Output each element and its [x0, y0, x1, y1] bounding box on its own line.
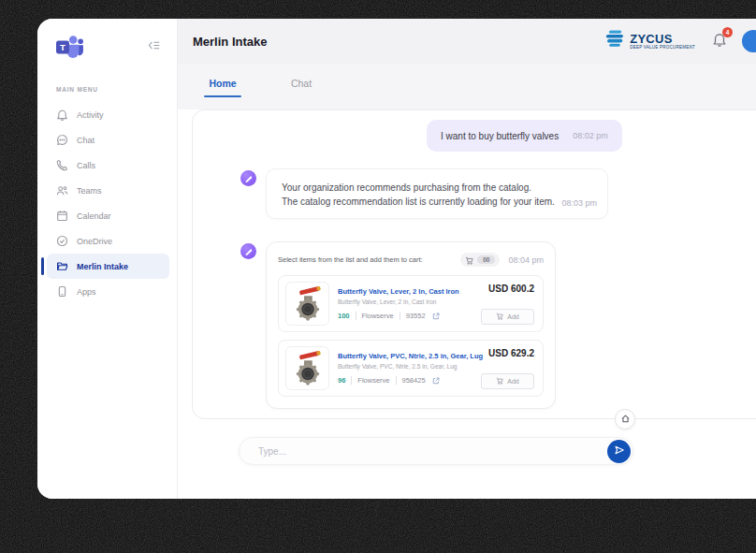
calendar-icon [56, 210, 68, 222]
sidebar-item-label: Apps [77, 287, 96, 297]
chat-panel: I want to buy butterfly valves 08:02 pm … [192, 109, 756, 419]
product-title-link[interactable]: Butterfly Valve, PVC, Ntrle, 2.5 in, Gea… [338, 352, 457, 360]
tab-chat[interactable]: Chat [283, 64, 320, 109]
bot-message-bubble: Your organization recommends purchasing … [266, 168, 608, 219]
sidebar-item-label: Activity [77, 110, 104, 120]
cart-count-pill[interactable]: 00 [460, 253, 500, 267]
pen-icon [244, 247, 253, 255]
sidebar-item-label: Chat [77, 136, 94, 145]
product-row: Butterfly Valve, PVC, Ntrle, 2.5 in, Gea… [278, 340, 544, 397]
active-indicator-bar [41, 257, 44, 275]
message-time: 08:03 pm [561, 198, 597, 208]
people-icon [56, 184, 68, 196]
scroll-home-button[interactable] [615, 409, 635, 429]
user-message-bubble: I want to buy butterfly valves 08:02 pm [427, 120, 622, 152]
user-avatar[interactable] [742, 30, 756, 52]
sidebar-item-chat[interactable]: Chat [47, 127, 169, 153]
collapse-menu-icon [148, 39, 160, 53]
brand-name: ZYCUS [630, 33, 695, 45]
add-to-cart-button[interactable]: Add [481, 309, 534, 325]
product-vendor: Flowserve [362, 312, 394, 320]
sidebar-collapse-button[interactable] [146, 37, 162, 55]
tab-bar: Home Chat [178, 64, 756, 109]
catalog-prompt: Select items from the list and add them … [278, 255, 460, 264]
product-vendor: Flowserve [357, 376, 389, 385]
cart-icon [496, 313, 503, 321]
chat-icon [56, 134, 68, 146]
phone-icon [56, 159, 68, 171]
svg-text:T: T [60, 42, 65, 52]
product-qty: 96 [338, 376, 345, 385]
apps-icon [56, 285, 68, 298]
product-code: 93552 [406, 312, 426, 320]
sidebar-item-calls[interactable]: Calls [47, 153, 169, 178]
external-link-icon[interactable] [432, 377, 440, 385]
cart-icon [465, 252, 473, 269]
bot-message-line: Your organization recommends purchasing … [282, 181, 592, 195]
app-window: T MAIN MENU [37, 19, 756, 499]
product-subtitle: Butterfly Valve, PVC, Ntrle, 2.5 in, Gea… [338, 363, 457, 370]
sidebar-item-onedrive[interactable]: OneDrive [47, 228, 169, 254]
active-tab-underline [204, 95, 241, 97]
notification-badge: 4 [722, 27, 733, 37]
zycus-logo: ZYCUS DEEP VALUE PROCUREMENT [604, 29, 695, 53]
sidebar-nav: Activity Chat Calls [37, 102, 177, 304]
external-link-icon[interactable] [432, 313, 440, 320]
cart-count: 00 [477, 255, 495, 264]
message-input-bar [239, 437, 633, 465]
chat-content-area: I want to buy butterfly valves 08:02 pm … [178, 109, 756, 499]
brand-tagline: DEEP VALUE PROCUREMENT [630, 46, 695, 51]
product-title-link[interactable]: Butterfly Valve, Lever, 2 In, Cast Iron [338, 287, 457, 296]
bot-message-line: The catalog recommendation list is curre… [282, 195, 592, 209]
message-input[interactable] [240, 438, 632, 464]
sidebar-item-merlin-intake[interactable]: Merlin Intake [47, 254, 169, 279]
sidebar-item-label: Merlin Intake [77, 262, 128, 271]
home-icon [620, 413, 631, 427]
sidebar-item-label: Teams [77, 186, 102, 196]
sidebar: T MAIN MENU [37, 19, 178, 499]
sidebar-item-teams[interactable]: Teams [47, 178, 169, 203]
page-background: T MAIN MENU [0, 0, 756, 553]
sidebar-section-label: MAIN MENU [56, 86, 177, 93]
message-time: 08:04 pm [508, 255, 544, 265]
sidebar-item-label: Calls [77, 161, 95, 170]
product-qty: 100 [338, 312, 350, 320]
product-code: 958425 [402, 376, 426, 385]
top-header: Merlin Intake ZYCUS [178, 19, 756, 64]
bell-icon [56, 109, 68, 121]
onedrive-icon [56, 235, 68, 247]
sidebar-item-calendar[interactable]: Calendar [47, 203, 169, 228]
sidebar-item-label: OneDrive [77, 237, 112, 246]
product-image [285, 346, 329, 390]
cart-icon [496, 377, 503, 386]
product-image [285, 282, 329, 326]
teams-logo: T [54, 34, 84, 64]
user-message-text: I want to buy butterfly valves [441, 131, 559, 141]
send-button[interactable] [607, 440, 631, 463]
pen-icon [244, 174, 253, 182]
add-to-cart-button[interactable]: Add [481, 373, 534, 389]
sidebar-item-label: Calendar [77, 211, 111, 221]
bot-avatar [240, 243, 256, 259]
bot-avatar [240, 170, 256, 186]
tab-home[interactable]: Home [204, 64, 241, 109]
product-price: USD 600.2 [488, 284, 534, 294]
catalog-card: Select items from the list and add them … [266, 241, 556, 409]
sidebar-item-activity[interactable]: Activity [47, 102, 169, 127]
main-area: Merlin Intake ZYCUS [178, 19, 756, 499]
message-time: 08:02 pm [573, 131, 608, 140]
butterfly-valve-image [290, 286, 326, 322]
send-icon [614, 444, 625, 458]
product-price: USD 629.2 [488, 348, 534, 358]
page-title: Merlin Intake [193, 35, 267, 49]
zycus-logo-icon [604, 29, 626, 53]
product-subtitle: Butterfly Valve, Lever, 2 In, Cast Iron [338, 298, 457, 305]
sidebar-item-apps[interactable]: Apps [47, 279, 169, 304]
notifications-button[interactable]: 4 [712, 32, 727, 51]
butterfly-valve-image [290, 351, 326, 386]
product-row: Butterfly Valve, Lever, 2 In, Cast Iron … [278, 275, 544, 332]
folder-icon [56, 260, 68, 272]
